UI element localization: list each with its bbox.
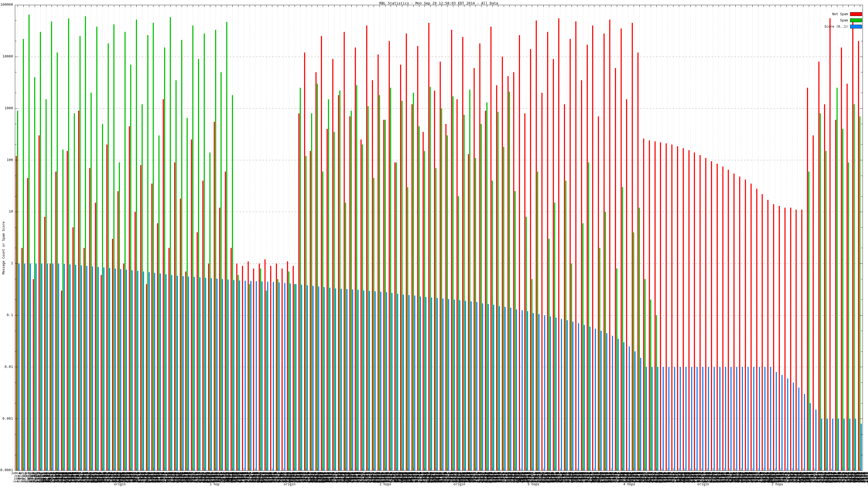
legend-swatch-score-icon <box>850 25 862 29</box>
legend-label-score: Score (0..1) <box>824 25 848 29</box>
chart-title: RBL Statistics - Mon Sep 29 12:58:03 EDT… <box>15 1 863 5</box>
legend-swatch-not-spam-icon <box>850 12 862 16</box>
legend-label-spam: Spam <box>840 19 848 22</box>
legend-item-not-spam: Not Spam <box>824 11 862 17</box>
chart-canvas <box>0 0 868 488</box>
rbl-statistics-chart: RBL Statistics - Mon Sep 29 12:58:03 EDT… <box>0 0 868 488</box>
y-axis-label: Message Count or Spam Score <box>2 222 5 274</box>
legend: Not Spam Spam Score (0..1) <box>824 11 862 30</box>
legend-item-spam: Spam <box>824 17 862 23</box>
legend-item-score: Score (0..1) <box>824 23 862 30</box>
legend-swatch-spam-icon <box>850 19 862 22</box>
legend-label-not-spam: Not Spam <box>832 12 848 16</box>
